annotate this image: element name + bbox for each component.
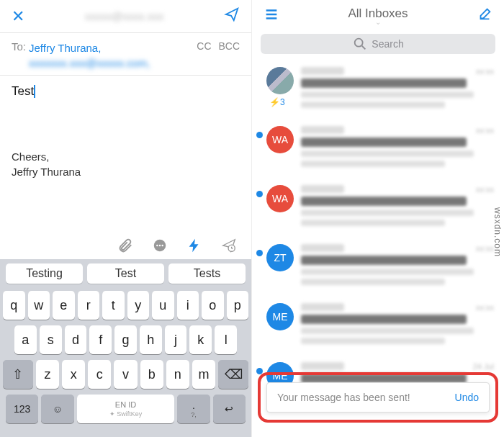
key-emoji[interactable]: ☺ xyxy=(41,395,73,423)
keyboard[interactable]: Testing Test Tests qwertyuiop asdfghjkl … xyxy=(0,259,251,437)
email-row[interactable]: WA xx:xx xyxy=(252,178,504,237)
toast-message: Your message has been sent! xyxy=(277,392,410,403)
svg-point-2 xyxy=(159,244,161,245)
key-s[interactable]: s xyxy=(40,325,62,354)
inbox-header: All Inboxes ⌄ xyxy=(252,0,504,32)
signature-line1: Cheers, xyxy=(12,149,240,164)
key-h[interactable]: h xyxy=(140,325,162,354)
email-preview xyxy=(301,303,494,348)
timestamp: xx:xx xyxy=(476,244,494,253)
key-i[interactable]: i xyxy=(177,291,199,320)
key-row-2: asdfghjkl xyxy=(3,325,248,354)
bolt-icon[interactable] xyxy=(186,238,202,257)
key-e[interactable]: e xyxy=(53,291,75,320)
key-period[interactable]: .?, xyxy=(177,395,210,423)
key-v[interactable]: v xyxy=(114,360,137,389)
suggestion-3[interactable]: Tests xyxy=(168,263,246,284)
signature[interactable]: Cheers, Jeffry Thurana xyxy=(0,149,251,179)
unread-dot xyxy=(256,191,263,197)
svg-point-5 xyxy=(355,39,363,47)
compose-icon[interactable] xyxy=(477,6,492,27)
thunder-icon: ⚡3 xyxy=(269,97,285,107)
body-text: Test xyxy=(12,84,34,99)
attachment-icon[interactable] xyxy=(117,238,133,257)
suggestion-1[interactable]: Testing xyxy=(6,263,83,284)
recipients[interactable]: Jeffry Thurana, xxxxxxx.xxx@xxxxx.com, xyxy=(29,40,150,71)
avatar: WA xyxy=(266,185,294,212)
key-backspace[interactable]: ⌫ xyxy=(218,360,248,389)
avatar xyxy=(266,67,294,94)
key-row-bottom: 123 ☺ EN ID✦ SwiftKey .?, ↩ xyxy=(3,395,248,423)
close-icon[interactable]: ✕ xyxy=(12,7,24,26)
svg-point-1 xyxy=(156,244,158,245)
key-numbers[interactable]: 123 xyxy=(6,395,38,423)
key-o[interactable]: o xyxy=(202,291,224,320)
avatar: ZT xyxy=(266,244,294,271)
bcc-button[interactable]: BCC xyxy=(218,40,240,52)
key-q[interactable]: q xyxy=(3,291,25,320)
avatar: WA xyxy=(266,126,294,153)
key-x[interactable]: x xyxy=(62,360,85,389)
email-row[interactable]: xx:xx ⚡3 xyxy=(252,60,504,119)
email-body[interactable]: Test xyxy=(0,76,251,107)
key-y[interactable]: y xyxy=(127,291,150,320)
key-l[interactable]: l xyxy=(215,325,237,354)
timestamp: xx:xx xyxy=(476,126,494,135)
key-g[interactable]: g xyxy=(114,325,137,354)
key-t[interactable]: t xyxy=(102,291,125,320)
search-input[interactable]: Search xyxy=(261,34,495,54)
chat-icon[interactable] xyxy=(152,238,168,257)
key-row-3: ⇧ zxcvbnm ⌫ xyxy=(3,360,248,389)
timestamp: 24 Jul xyxy=(473,362,494,371)
key-u[interactable]: u xyxy=(152,291,174,320)
highlight-box: Your message has been sent! Undo xyxy=(258,372,498,423)
email-preview xyxy=(301,244,494,289)
avatar: ME xyxy=(266,303,294,330)
unread-dot xyxy=(256,250,263,256)
key-n[interactable]: n xyxy=(166,360,189,389)
key-f[interactable]: f xyxy=(89,325,112,354)
key-a[interactable]: a xyxy=(14,325,37,354)
key-b[interactable]: b xyxy=(140,360,163,389)
timestamp: xx:xx xyxy=(476,185,494,194)
undo-button[interactable]: Undo xyxy=(455,392,479,403)
email-list[interactable]: xx:xx ⚡3 WA xx:xx WA xx:xx ZT xx:xx ME x… xyxy=(252,60,504,414)
key-d[interactable]: d xyxy=(65,325,87,354)
key-space[interactable]: EN ID✦ SwiftKey xyxy=(77,395,175,423)
email-row[interactable]: WA xx:xx xyxy=(252,119,504,178)
key-p[interactable]: p xyxy=(227,291,249,320)
cc-button[interactable]: CC xyxy=(197,40,211,52)
email-row[interactable]: ME xx:xx xyxy=(252,296,504,355)
to-row[interactable]: To: Jeffry Thurana, xxxxxxx.xxx@xxxxx.co… xyxy=(0,33,251,75)
inbox-title[interactable]: All Inboxes ⌄ xyxy=(348,6,408,26)
from-address[interactable]: xxxxx@xxxx.xxx xyxy=(85,10,163,22)
key-shift[interactable]: ⇧ xyxy=(3,360,33,389)
signature-line2: Jeffry Thurana xyxy=(12,164,240,179)
compose-toolbar xyxy=(0,235,251,259)
schedule-send-icon[interactable] xyxy=(221,238,237,257)
unread-dot xyxy=(256,132,263,138)
key-m[interactable]: m xyxy=(192,360,215,389)
key-j[interactable]: j xyxy=(165,325,187,354)
key-z[interactable]: z xyxy=(36,360,59,389)
email-preview xyxy=(301,67,494,112)
watermark: wsxdn.com xyxy=(492,207,503,257)
recipient-email: xxxxxxx.xxx@xxxxx.com, xyxy=(29,57,150,69)
recipient-name: Jeffry Thurana, xyxy=(29,42,101,54)
send-icon[interactable] xyxy=(224,6,240,27)
key-r[interactable]: r xyxy=(78,291,100,320)
key-k[interactable]: k xyxy=(189,325,212,354)
key-c[interactable]: c xyxy=(88,360,111,389)
suggestion-2[interactable]: Test xyxy=(87,263,164,284)
inbox-pane: All Inboxes ⌄ Search xx:xx ⚡3 WA xx:xx W… xyxy=(252,0,504,437)
menu-icon[interactable] xyxy=(264,6,279,27)
timestamp: xx:xx xyxy=(476,303,494,312)
cc-bcc[interactable]: CC BCC xyxy=(192,40,240,52)
svg-point-3 xyxy=(161,244,163,245)
key-return[interactable]: ↩ xyxy=(213,395,246,423)
email-row[interactable]: ZT xx:xx xyxy=(252,237,504,296)
timestamp: xx:xx xyxy=(476,67,494,76)
key-w[interactable]: w xyxy=(28,291,50,320)
email-preview xyxy=(301,185,494,230)
to-label: To: xyxy=(12,40,26,53)
